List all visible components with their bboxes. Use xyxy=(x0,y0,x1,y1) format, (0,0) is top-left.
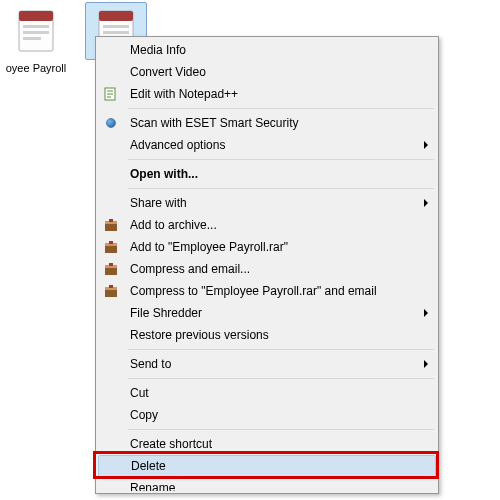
menu-label: Compress and email... xyxy=(130,262,250,276)
menu-cut[interactable]: Cut xyxy=(98,382,436,404)
access-file-icon xyxy=(5,2,67,60)
menu-label: Convert Video xyxy=(130,65,206,79)
svg-rect-21 xyxy=(109,263,113,266)
menu-create-shortcut[interactable]: Create shortcut xyxy=(98,433,436,455)
menu-add-archive[interactable]: Add to archive... xyxy=(98,214,436,236)
file-label: oyee Payroll xyxy=(0,62,72,75)
menu-label: Restore previous versions xyxy=(130,328,269,342)
svg-rect-4 xyxy=(23,37,41,40)
svg-rect-19 xyxy=(105,267,117,275)
menu-share-with[interactable]: Share with xyxy=(98,192,436,214)
submenu-arrow-icon xyxy=(424,309,428,317)
submenu-arrow-icon xyxy=(424,199,428,207)
svg-rect-15 xyxy=(109,219,113,222)
menu-compress-email[interactable]: Compress and email... xyxy=(98,258,436,280)
svg-rect-3 xyxy=(23,31,49,34)
menu-label: Compress to "Employee Payroll.rar" and e… xyxy=(130,284,377,298)
menu-label: Send to xyxy=(130,357,171,371)
winrar-icon xyxy=(102,282,120,300)
menu-separator xyxy=(128,159,434,160)
menu-separator xyxy=(128,188,434,189)
svg-rect-8 xyxy=(103,31,129,34)
file-item-payroll-1[interactable]: oyee Payroll xyxy=(0,0,72,75)
svg-rect-18 xyxy=(109,241,113,244)
menu-label: Open with... xyxy=(130,167,198,181)
menu-media-info[interactable]: Media Info xyxy=(98,39,436,61)
svg-rect-2 xyxy=(23,25,49,28)
menu-label: Media Info xyxy=(130,43,186,57)
menu-label: Add to archive... xyxy=(130,218,217,232)
menu-add-named-archive[interactable]: Add to "Employee Payroll.rar" xyxy=(98,236,436,258)
menu-edit-notepad[interactable]: Edit with Notepad++ xyxy=(98,83,436,105)
menu-restore-previous[interactable]: Restore previous versions xyxy=(98,324,436,346)
menu-label: Edit with Notepad++ xyxy=(130,87,238,101)
menu-label: File Shredder xyxy=(130,306,202,320)
winrar-icon xyxy=(102,238,120,256)
menu-label: Rename xyxy=(130,481,175,491)
svg-rect-16 xyxy=(105,245,117,253)
menu-separator xyxy=(128,429,434,430)
svg-rect-22 xyxy=(105,289,117,297)
menu-label: Add to "Employee Payroll.rar" xyxy=(130,240,288,254)
menu-convert-video[interactable]: Convert Video xyxy=(98,61,436,83)
radio-selected-icon xyxy=(102,114,120,132)
menu-copy[interactable]: Copy xyxy=(98,404,436,426)
menu-scan-eset[interactable]: Scan with ESET Smart Security xyxy=(98,112,436,134)
submenu-arrow-icon xyxy=(424,141,428,149)
svg-rect-1 xyxy=(19,11,53,21)
winrar-icon xyxy=(102,260,120,278)
menu-compress-named-email[interactable]: Compress to "Employee Payroll.rar" and e… xyxy=(98,280,436,302)
menu-file-shredder[interactable]: File Shredder xyxy=(98,302,436,324)
menu-delete[interactable]: Delete xyxy=(98,455,436,477)
notepad-icon xyxy=(102,85,120,103)
svg-rect-7 xyxy=(103,25,129,28)
menu-send-to[interactable]: Send to xyxy=(98,353,436,375)
menu-rename[interactable]: Rename xyxy=(98,477,436,491)
svg-rect-6 xyxy=(99,11,133,21)
menu-separator xyxy=(128,349,434,350)
menu-label: Advanced options xyxy=(130,138,225,152)
menu-label: Copy xyxy=(130,408,158,422)
menu-label: Share with xyxy=(130,196,187,210)
context-menu: Media Info Convert Video Edit with Notep… xyxy=(95,36,439,494)
submenu-arrow-icon xyxy=(424,360,428,368)
svg-rect-13 xyxy=(105,223,117,231)
menu-label: Scan with ESET Smart Security xyxy=(130,116,299,130)
menu-label: Delete xyxy=(131,459,166,473)
desktop-area: oyee Payroll Emp Media Info Convert Vide… xyxy=(0,0,500,500)
menu-separator xyxy=(128,108,434,109)
menu-open-with[interactable]: Open with... xyxy=(98,163,436,185)
winrar-icon xyxy=(102,216,120,234)
menu-advanced-options[interactable]: Advanced options xyxy=(98,134,436,156)
svg-rect-24 xyxy=(109,285,113,288)
menu-label: Create shortcut xyxy=(130,437,212,451)
menu-separator xyxy=(128,378,434,379)
menu-label: Cut xyxy=(130,386,149,400)
